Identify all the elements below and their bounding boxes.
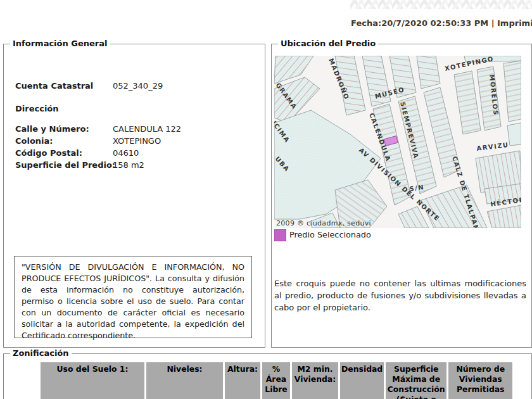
- legend-label: Predio Seleccionado: [289, 230, 371, 239]
- print-link[interactable]: Imprimir: [497, 18, 532, 28]
- separator: |: [488, 18, 497, 28]
- zonificacion-title: Zonificación: [10, 348, 72, 358]
- col-numero-viviendas: Número de Viviendas Permitidas: [448, 362, 512, 399]
- date-label: Fecha:20/7/2020 02:50:33 PM: [351, 18, 488, 28]
- superficie-value: 158 m2: [113, 160, 144, 170]
- legal-disclaimer-box: "VERSIÓN DE DIVULGACIÓN E INFORMACIÓN, N…: [14, 256, 252, 338]
- map-canvas: MADROÑO GRAMA ICIMA UBA MUSEO XOTEPINGO …: [274, 56, 521, 228]
- col-densidad: Densidad: [340, 362, 384, 399]
- header-date-line: Fecha:20/7/2020 02:50:33 PM | Imprimir: [0, 18, 532, 28]
- direccion-heading: Dirección: [15, 104, 59, 113]
- decorative-chevron-pattern: [350, 0, 532, 9]
- cuenta-catastral-value: 052_340_29: [113, 81, 163, 91]
- zonificacion-fieldset: Zonificación Uso del Suelo 1: Niveles: A…: [3, 353, 532, 399]
- general-info-title: Información General: [10, 39, 110, 48]
- seduvi-certificate-page: { "header": { "date": "Fecha:20/7/2020 0…: [0, 0, 532, 399]
- col-niveles: Niveles:: [146, 362, 223, 399]
- map-attribution: 2009 ® ciudadmx, seduvi: [276, 219, 371, 227]
- col-superficie-maxima: Superficie Máxima de Construcción (Sujet…: [386, 362, 446, 399]
- colonia-value: XOTEPINGO: [113, 136, 161, 146]
- colonia-label: Colonia:: [15, 136, 53, 146]
- codigo-postal-label: Código Postal:: [15, 148, 82, 158]
- calle-numero-value: CALENDULA 122: [113, 124, 181, 134]
- ubicacion-fieldset: Ubicación del Predio: [271, 44, 532, 348]
- cuenta-catastral-label: Cuenta Catastral: [15, 81, 93, 91]
- col-uso-del-suelo: Uso del Suelo 1:: [41, 362, 144, 399]
- col-m2-min-vivienda: M2 min. Vivienda:: [292, 362, 338, 399]
- predio-map[interactable]: MADROÑO GRAMA ICIMA UBA MUSEO XOTEPINGO …: [274, 56, 521, 228]
- calle-numero-label: Calle y Número:: [15, 124, 89, 134]
- col-area-libre: % Área Libre: [262, 362, 290, 399]
- general-info-fieldset: Información General Cuenta Catastral 052…: [3, 44, 265, 348]
- zonificacion-table: Uso del Suelo 1: Niveles: Altura: % Área…: [39, 360, 514, 399]
- selected-parcel-swatch: [274, 229, 286, 241]
- col-altura: Altura:: [225, 362, 260, 399]
- codigo-postal-value: 04610: [113, 148, 139, 158]
- croquis-note: Este croquis puede no contener las ultim…: [274, 277, 526, 314]
- zonificacion-header-row: Uso del Suelo 1: Niveles: Altura: % Área…: [41, 362, 512, 399]
- superficie-label: Superficie del Predio:: [15, 160, 115, 170]
- ubicacion-title: Ubicación del Predio: [278, 39, 378, 48]
